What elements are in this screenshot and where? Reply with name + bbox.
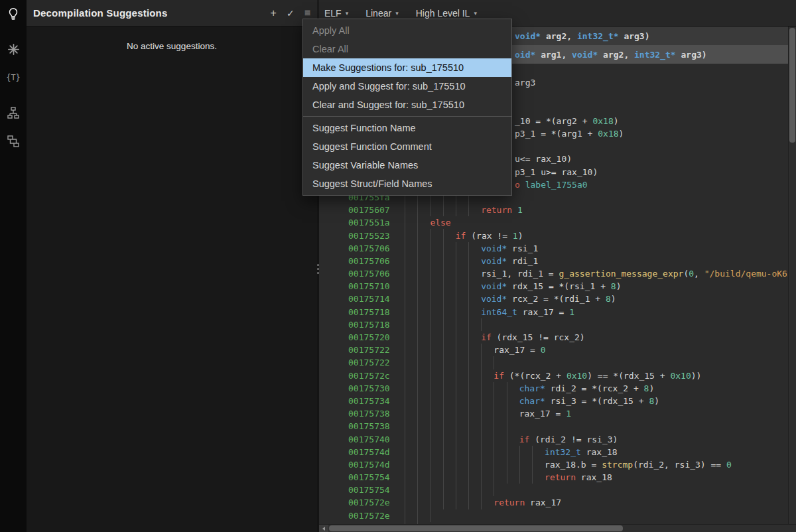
indent-guide bbox=[468, 242, 481, 255]
indent-guide bbox=[417, 432, 430, 445]
menu-item[interactable]: Suggest Function Comment bbox=[303, 137, 511, 156]
code-line[interactable]: 0017574dint32_t rax_18 bbox=[319, 446, 788, 458]
code-token: return bbox=[481, 205, 512, 215]
indent-guide bbox=[417, 331, 430, 344]
vertical-scrollbar-thumb[interactable] bbox=[789, 28, 795, 143]
menu-item[interactable]: Clear and Suggest for: sub_175510 bbox=[303, 96, 511, 114]
address: 00175523 bbox=[348, 231, 390, 241]
indent-guide bbox=[494, 356, 506, 369]
add-suggestion-button[interactable]: + bbox=[271, 8, 277, 19]
code-line[interactable]: 00175740if (rdi_2 != rsi_3) bbox=[319, 432, 788, 445]
sparkle-icon[interactable] bbox=[5, 40, 22, 58]
menu-item[interactable]: Clear All bbox=[303, 40, 511, 58]
lightbulb-icon[interactable] bbox=[5, 5, 22, 23]
suggestions-menu-button[interactable]: ≡ bbox=[304, 8, 310, 19]
code-token: u<= rax_10) bbox=[515, 154, 572, 164]
indent-guide bbox=[443, 356, 456, 369]
indent-guide bbox=[468, 458, 481, 471]
code-line[interactable]: 0017572ereturn rax_17 bbox=[319, 496, 788, 509]
horizontal-scrollbar[interactable] bbox=[319, 524, 796, 532]
indent-guide bbox=[519, 458, 532, 471]
code-token: (rdi_2, rsi_3) == bbox=[633, 460, 726, 470]
code-line[interactable]: 0017572cif (*(rcx_2 + 0x10) == *(rdx_15 … bbox=[319, 369, 788, 382]
flow-graph-icon[interactable] bbox=[5, 133, 22, 150]
code-line[interactable]: 00175718 bbox=[319, 318, 788, 331]
code-line[interactable]: 00175754return rax_18 bbox=[319, 471, 788, 484]
address: 0017574d bbox=[348, 447, 390, 457]
menu-item[interactable]: Suggest Function Name bbox=[303, 119, 511, 137]
address: 00175738 bbox=[348, 409, 390, 419]
code-line[interactable]: 00175710void* rdx_15 = *(rsi_1 + 8) bbox=[319, 280, 788, 293]
code-token: o bbox=[515, 180, 525, 190]
code-line[interactable]: 00175706void* rdi_1 bbox=[319, 255, 788, 267]
indent-guide bbox=[430, 420, 442, 432]
code-token: 8 bbox=[649, 396, 654, 406]
code-line[interactable]: 00175607return 1 bbox=[319, 204, 788, 216]
code-line[interactable]: 0017551aelse bbox=[319, 216, 788, 229]
code-line[interactable]: 00175722 bbox=[319, 356, 788, 369]
code-line[interactable]: 00175714void* rcx_2 = *(rdi_1 + 8) bbox=[319, 293, 788, 305]
code-line[interactable]: 00175720if (rdx_15 != rcx_2) bbox=[319, 331, 788, 344]
indent-guide bbox=[405, 280, 417, 293]
menu-item[interactable]: Apply and Suggest for: sub_175510 bbox=[303, 77, 511, 96]
code-line[interactable]: 00175523if (rax != 1) bbox=[319, 229, 788, 241]
indent-guide bbox=[417, 369, 430, 382]
code-line[interactable]: 00175718int64_t rax_17 = 1 bbox=[319, 306, 788, 318]
file-format-dropdown[interactable]: ELF ▾ bbox=[324, 8, 348, 19]
menu-item[interactable]: Suggest Variable Names bbox=[303, 156, 511, 174]
address: 00175718 bbox=[348, 320, 390, 330]
code-token: 1 bbox=[513, 231, 518, 241]
il-level-dropdown[interactable]: High Level IL ▾ bbox=[416, 8, 477, 19]
code-token: ) bbox=[654, 396, 659, 406]
code-line[interactable]: 00175734char* rsi_3 = *(rdx_15 + 8) bbox=[319, 395, 788, 407]
indent-guide bbox=[443, 344, 456, 356]
code-token: ) bbox=[611, 294, 616, 304]
indent-guide bbox=[456, 382, 468, 395]
code-line[interactable]: 00175706rsi_1, rdi_1 = g_assertion_messa… bbox=[319, 267, 788, 280]
code-line[interactable]: 0017574drax_18.b = strcmp(rdi_2, rsi_3) … bbox=[319, 458, 788, 471]
menu-item[interactable]: Suggest Struct/Field Names bbox=[303, 174, 511, 193]
code-line[interactable]: 00175706void* rsi_1 bbox=[319, 242, 788, 255]
code-token: rdi_1 bbox=[507, 256, 538, 266]
code-token: char* bbox=[519, 383, 545, 393]
indent-guide bbox=[443, 496, 456, 509]
indent-guide bbox=[430, 242, 442, 255]
indent-guide bbox=[456, 293, 468, 305]
code-line[interactable]: 00175754 bbox=[319, 484, 788, 496]
code-line[interactable]: 0017572e bbox=[319, 509, 788, 522]
chevron-down-icon: ▾ bbox=[395, 10, 399, 17]
view-mode-dropdown[interactable]: Linear ▾ bbox=[365, 8, 398, 19]
code-token: 0 bbox=[726, 460, 732, 470]
code-token: rax_18 bbox=[576, 472, 612, 482]
menu-item[interactable]: Apply All bbox=[303, 21, 511, 40]
indent-guide bbox=[494, 407, 506, 420]
menu-item[interactable]: Make Suggestions for: sub_175510 bbox=[303, 58, 511, 77]
indent-guide bbox=[443, 369, 456, 382]
indent-guide bbox=[443, 204, 456, 216]
code-line[interactable]: 00175738rax_17 = 1 bbox=[319, 407, 788, 420]
apply-suggestions-button[interactable]: ✓ bbox=[287, 8, 295, 19]
splitter-grip[interactable] bbox=[316, 261, 320, 277]
view-mode-label: Linear bbox=[365, 8, 391, 19]
indent-guide bbox=[468, 255, 481, 267]
indent-guide bbox=[430, 306, 442, 318]
scroll-left-button[interactable] bbox=[319, 525, 328, 532]
indent-guide bbox=[405, 407, 417, 420]
types-icon[interactable]: {T} bbox=[5, 69, 22, 86]
indent-guide bbox=[481, 318, 494, 331]
indent-guide bbox=[405, 293, 417, 305]
indent-guide bbox=[507, 395, 519, 407]
code-line[interactable]: 00175722rax_17 = 0 bbox=[319, 344, 788, 356]
indent-guide bbox=[417, 267, 430, 280]
code-token: void* bbox=[515, 31, 541, 41]
indent-guide bbox=[430, 369, 442, 382]
indent-guide bbox=[405, 471, 417, 484]
code-token: void* bbox=[481, 243, 507, 253]
indent-guide bbox=[417, 382, 430, 395]
indent-guide bbox=[481, 446, 494, 458]
code-line[interactable]: 00175730char* rdi_2 = *(rcx_2 + 8) bbox=[319, 382, 788, 395]
vertical-scrollbar[interactable] bbox=[788, 27, 796, 524]
code-line[interactable]: 00175738 bbox=[319, 420, 788, 432]
horizontal-scrollbar-thumb[interactable] bbox=[329, 525, 623, 531]
hierarchy-icon[interactable] bbox=[5, 104, 22, 121]
